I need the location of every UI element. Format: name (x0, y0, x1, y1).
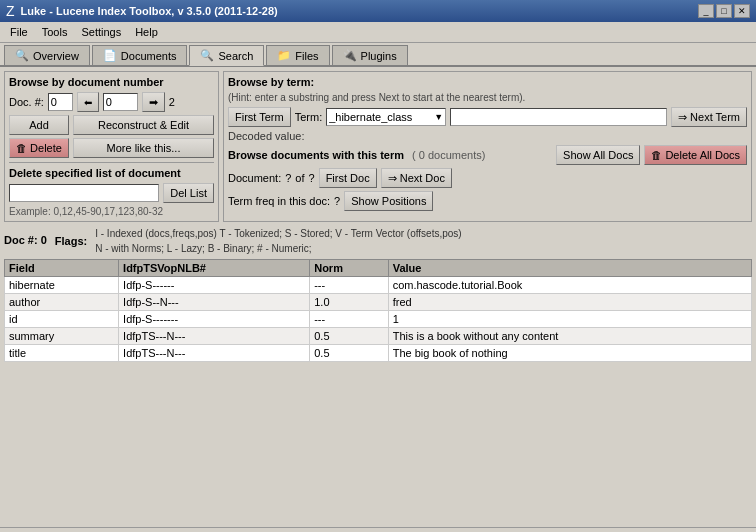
cell-norm: 0.5 (310, 328, 388, 345)
col-field: Field (5, 260, 119, 277)
right-panel-title: Browse by term: (228, 76, 747, 88)
right-panel-hint: (Hint: enter a substring and press Next … (228, 92, 747, 103)
cell-field: id (5, 311, 119, 328)
table-row[interactable]: title IdfpTS---N--- 0.5 The big book of … (5, 345, 752, 362)
data-table: Field IdfpTSVopNLB# Norm Value hibernate… (4, 259, 752, 362)
tab-documents[interactable]: 📄 Documents (92, 45, 188, 65)
cell-value: 1 (388, 311, 751, 328)
cell-norm: 1.0 (310, 294, 388, 311)
first-term-button[interactable]: First Term (228, 107, 291, 127)
delete-all-icon: 🗑 (651, 149, 662, 161)
term-search-input[interactable] (450, 108, 667, 126)
dropdown-arrow-icon: ▼ (434, 112, 443, 122)
doc-number-direct-input[interactable] (103, 93, 138, 111)
cell-value: com.hascode.tutorial.Book (388, 277, 751, 294)
of-value: ? (309, 172, 315, 184)
col-norm: Norm (310, 260, 388, 277)
window-controls: _ □ ✕ (698, 4, 750, 18)
plugins-icon: 🔌 (343, 49, 357, 62)
delete-list-input[interactable] (9, 184, 159, 202)
doc-prev-button[interactable]: ⬅ (77, 92, 99, 112)
bottom-bar: Selected field: TV Show Set norm Save Co… (0, 527, 756, 532)
add-button[interactable]: Add (9, 115, 69, 135)
next-doc-button[interactable]: ⇒ Next Doc (381, 168, 452, 188)
table-row[interactable]: summary IdfpTS---N--- 0.5 This is a book… (5, 328, 752, 345)
more-like-button[interactable]: More like this... (73, 138, 214, 158)
tab-files[interactable]: 📁 Files (266, 45, 329, 65)
right-panel: Browse by term: (Hint: enter a substring… (223, 71, 752, 222)
delete-all-docs-button[interactable]: 🗑 Delete All Docs (644, 145, 747, 165)
menu-file[interactable]: File (4, 24, 34, 40)
term-label: Term: (295, 111, 323, 123)
left-panel: Browse by document number Doc. #: ⬅ ➡ 2 … (4, 71, 219, 222)
flags-text2: N - with Norms; L - Lazy; B - Binary; # … (95, 241, 752, 256)
menu-settings[interactable]: Settings (75, 24, 127, 40)
document-label: Document: (228, 172, 281, 184)
left-panel-title: Browse by document number (9, 76, 214, 88)
col-flags: IdfpTSVopNLB# (119, 260, 310, 277)
cell-norm: --- (310, 311, 388, 328)
cell-field: author (5, 294, 119, 311)
doc-section: Doc #: 0 Flags: I - Indexed (docs,freqs,… (0, 226, 756, 527)
minimize-button[interactable]: _ (698, 4, 714, 18)
term-freq-value: ? (334, 195, 340, 207)
show-positions-button[interactable]: Show Positions (344, 191, 433, 211)
title-bar: Z Luke - Lucene Index Toolbox, v 3.5.0 (… (0, 0, 756, 22)
cell-flags: Idfp-S------ (119, 277, 310, 294)
app-icon: Z (6, 3, 15, 19)
doc-question: ? (285, 172, 291, 184)
col-value: Value (388, 260, 751, 277)
menu-help[interactable]: Help (129, 24, 164, 40)
search-icon: 🔍 (200, 49, 214, 62)
cell-field: title (5, 345, 119, 362)
doc-flags-row: Doc #: 0 Flags: I - Indexed (docs,freqs,… (4, 226, 752, 256)
cell-flags: IdfpTS---N--- (119, 345, 310, 362)
cell-norm: 0.5 (310, 345, 388, 362)
documents-icon: 📄 (103, 49, 117, 62)
of-label: of (295, 172, 304, 184)
delete-list-label: Delete specified list of document (9, 167, 214, 179)
cell-flags: IdfpTS---N--- (119, 328, 310, 345)
cell-field: summary (5, 328, 119, 345)
term-freq-label: Term freq in this doc: (228, 195, 330, 207)
delete-icon: 🗑 (16, 142, 27, 154)
example-text: Example: 0,12,45-90,17,123,80-32 (9, 206, 214, 217)
cell-norm: --- (310, 277, 388, 294)
tabs-bar: 🔍 Overview 📄 Documents 🔍 Search 📁 Files … (0, 43, 756, 67)
overview-icon: 🔍 (15, 49, 29, 62)
doc-max-label: 2 (169, 96, 175, 108)
reconstruct-button[interactable]: Reconstruct & Edit (73, 115, 214, 135)
cell-value: This is a book without any content (388, 328, 751, 345)
doc-header: Doc #: 0 (4, 234, 47, 246)
next-term-button[interactable]: ⇒ Next Term (671, 107, 747, 127)
menu-tools[interactable]: Tools (36, 24, 74, 40)
tab-overview[interactable]: 🔍 Overview (4, 45, 90, 65)
files-icon: 📁 (277, 49, 291, 62)
decoded-label: Decoded value: (228, 130, 304, 142)
table-row[interactable]: hibernate Idfp-S------ --- com.hascode.t… (5, 277, 752, 294)
top-panels: Browse by document number Doc. #: ⬅ ➡ 2 … (0, 67, 756, 226)
window-title: Luke - Lucene Index Toolbox, v 3.5.0 (20… (21, 5, 278, 17)
doc-number-input[interactable] (48, 93, 73, 111)
menu-bar: File Tools Settings Help (0, 22, 756, 43)
doc-number-label: Doc. #: (9, 96, 44, 108)
cell-value: fred (388, 294, 751, 311)
delete-button[interactable]: 🗑 Delete (9, 138, 69, 158)
doc-next-button[interactable]: ➡ (142, 92, 165, 112)
flags-text1: I - Indexed (docs,freqs,pos) T - Tokeniz… (95, 226, 752, 241)
close-button[interactable]: ✕ (734, 4, 750, 18)
term-dropdown[interactable]: _hibernate_class ▼ (326, 108, 446, 126)
show-all-docs-button[interactable]: Show All Docs (556, 145, 640, 165)
flags-label: Flags: (55, 235, 87, 247)
maximize-button[interactable]: □ (716, 4, 732, 18)
tab-search[interactable]: 🔍 Search (189, 45, 264, 66)
del-list-button[interactable]: Del List (163, 183, 214, 203)
table-row[interactable]: id Idfp-S------- --- 1 (5, 311, 752, 328)
first-doc-button[interactable]: First Doc (319, 168, 377, 188)
cell-flags: Idfp-S--N--- (119, 294, 310, 311)
doc-count: ( 0 documents) (412, 149, 485, 161)
cell-flags: Idfp-S------- (119, 311, 310, 328)
table-row[interactable]: author Idfp-S--N--- 1.0 fred (5, 294, 752, 311)
tab-plugins[interactable]: 🔌 Plugins (332, 45, 408, 65)
cell-value: The big book of nothing (388, 345, 751, 362)
